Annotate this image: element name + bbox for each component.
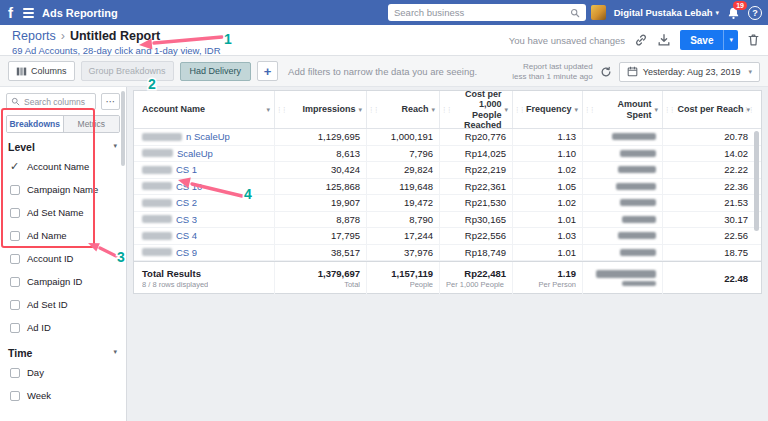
business-search-field[interactable] <box>388 4 586 21</box>
sidebar-item-account-name[interactable]: Account Name <box>0 155 126 178</box>
calendar-icon <box>627 66 638 77</box>
table-row[interactable]: CS 2 19,907 19,472 Rp21,530 1.02 21.53 <box>134 195 761 212</box>
checkbox[interactable] <box>10 391 20 401</box>
redacted-amount <box>620 199 656 206</box>
account-link[interactable]: CS 10 <box>176 181 202 192</box>
frequency-cell: 1.01 <box>512 212 582 228</box>
sidebar-scrollbar[interactable] <box>121 91 125 166</box>
table-scrollbar[interactable] <box>754 131 759 231</box>
help-button[interactable]: ? <box>748 6 762 20</box>
export-button[interactable] <box>657 33 671 47</box>
sidebar-item-day[interactable]: Day <box>0 361 126 384</box>
column-grip-icon[interactable]: ⋮⋮ <box>441 107 451 113</box>
column-header-amount-spent[interactable]: ⋮⋮ Amount Spent ▾ <box>582 91 662 128</box>
facebook-logo-icon[interactable]: f <box>8 5 13 20</box>
chevron-down-icon[interactable]: ▾ <box>113 142 117 150</box>
column-header-frequency[interactable]: ⋮⋮ Frequency ▾ <box>512 91 582 128</box>
search-columns-field[interactable] <box>6 93 96 110</box>
sidebar-item-ad-id[interactable]: Ad ID <box>0 316 126 339</box>
column-header-impressions[interactable]: ⋮⋮ Impressions ▾ <box>274 91 366 128</box>
business-search-input[interactable] <box>394 7 566 18</box>
cost-per-1000-cell: Rp22,556 <box>439 228 512 244</box>
account-link[interactable]: CS 2 <box>176 197 197 208</box>
date-range-button[interactable]: Yesterday: Aug 23, 2019 ▾ <box>619 62 760 82</box>
save-button[interactable]: Save <box>680 30 723 50</box>
had-delivery-filter-chip[interactable]: Had Delivery <box>180 62 252 81</box>
column-grip-icon[interactable]: ⋮⋮ <box>276 107 286 113</box>
account-link[interactable]: n ScaleUp <box>186 131 230 142</box>
column-grip-icon[interactable]: ⋮⋮ <box>368 107 378 113</box>
amount-spent-cell <box>582 162 662 178</box>
save-dropdown-button[interactable]: ▾ <box>723 30 738 50</box>
report-scope-link[interactable]: 69 Ad Accounts, 28-day click and 1-day v… <box>12 45 221 56</box>
account-link[interactable]: CS 1 <box>176 164 197 175</box>
tab-breakdowns[interactable]: Breakdowns <box>7 116 63 132</box>
sidebar-item-campaign-name[interactable]: Campaign Name <box>0 178 126 201</box>
breadcrumb-reports-link[interactable]: Reports <box>12 29 56 43</box>
reach-cell: 1,000,191 <box>366 129 439 145</box>
sidebar-item-ad-set-name[interactable]: Ad Set Name <box>0 201 126 224</box>
column-grip-icon[interactable]: ⋮⋮ <box>584 107 594 113</box>
account-name-cell: ScaleUp <box>134 146 274 162</box>
sidebar-item-ad-name[interactable]: Ad Name <box>0 224 126 247</box>
table-row[interactable]: n ScaleUp 1,129,695 1,000,191 Rp20,776 1… <box>134 129 761 146</box>
checkbox[interactable] <box>10 300 20 310</box>
group-breakdowns-button[interactable]: Group Breakdowns <box>81 61 174 81</box>
account-link[interactable]: ScaleUp <box>177 148 213 159</box>
table-row[interactable]: CS 9 38,517 37,976 Rp18,749 1.01 18.75 <box>134 245 761 262</box>
sidebar-item-ad-set-id[interactable]: Ad Set ID <box>0 293 126 316</box>
refresh-button[interactable] <box>600 66 612 78</box>
sidebar-item-account-id[interactable]: Account ID <box>0 247 126 270</box>
chevron-down-icon[interactable]: ▾ <box>266 106 270 114</box>
tab-metrics[interactable]: Metrics <box>63 116 120 132</box>
chevron-down-icon[interactable]: ▾ <box>504 106 508 114</box>
column-header-cost-per-reach[interactable]: ⋮⋮ Cost per Reach ▾ ⋮⋮ <box>662 91 754 128</box>
amount-spent-cell <box>582 195 662 211</box>
delete-report-button[interactable] <box>747 33 760 47</box>
notifications-button[interactable]: 19 <box>727 6 740 20</box>
checkbox[interactable] <box>10 323 20 333</box>
checkbox[interactable] <box>10 277 20 287</box>
column-grip-icon[interactable]: ⋮⋮ <box>664 107 674 113</box>
table-row[interactable]: CS 4 17,795 17,244 Rp22,556 1.03 22.56 <box>134 228 761 245</box>
refresh-icon <box>600 66 612 78</box>
table-row[interactable]: CS 10 125,868 119,648 Rp22,361 1.05 22.3… <box>134 179 761 196</box>
table-row[interactable]: ScaleUp 8,613 7,796 Rp14,025 1.10 14.02 <box>134 146 761 163</box>
avatar[interactable] <box>591 5 606 20</box>
checkbox[interactable] <box>10 208 20 218</box>
table-row[interactable]: CS 3 8,878 8,790 Rp30,165 1.01 30.17 <box>134 212 761 229</box>
chevron-down-icon[interactable]: ▾ <box>113 348 117 356</box>
account-link[interactable]: CS 9 <box>176 247 197 258</box>
account-menu[interactable]: Digital Pustaka Lebah ▾ <box>614 7 719 18</box>
sidebar-item-campaign-id[interactable]: Campaign ID <box>0 270 126 293</box>
search-columns-input[interactable] <box>24 97 91 107</box>
account-link[interactable]: CS 4 <box>176 230 197 241</box>
sidebar-item-week[interactable]: Week <box>0 384 126 407</box>
column-header-reach[interactable]: ⋮⋮ Reach ▾ <box>366 91 439 128</box>
chevron-down-icon[interactable]: ▾ <box>358 106 362 114</box>
chevron-down-icon[interactable]: ▾ <box>431 106 435 114</box>
menu-icon[interactable] <box>23 8 34 18</box>
redacted-amount <box>622 281 656 286</box>
column-header-cost-per-1000[interactable]: ⋮⋮ Cost per 1,000 People Reached ▾ <box>439 91 512 128</box>
checkbox[interactable] <box>10 162 20 172</box>
cost-per-1000-cell: Rp14,025 <box>439 146 512 162</box>
chevron-down-icon[interactable]: ▾ <box>574 106 578 114</box>
share-link-button[interactable] <box>634 33 648 47</box>
checkbox[interactable] <box>10 254 20 264</box>
column-grip-icon[interactable]: ⋮⋮ <box>743 107 753 113</box>
breadcrumb: Reports › Untitled Report <box>12 29 160 43</box>
columns-button[interactable]: Columns <box>8 61 75 81</box>
add-filter-button[interactable]: + <box>257 61 278 81</box>
search-icon[interactable] <box>570 8 580 18</box>
more-options-button[interactable]: ⋯ <box>101 93 120 110</box>
column-header-account-name[interactable]: Account Name ▾ <box>134 91 274 128</box>
column-grip-icon[interactable]: ⋮⋮ <box>514 107 524 113</box>
checkbox[interactable] <box>10 368 20 378</box>
account-link[interactable]: CS 3 <box>176 214 197 225</box>
chevron-down-icon[interactable]: ▾ <box>654 106 658 114</box>
table-row[interactable]: CS 1 30,424 29,824 Rp22,219 1.02 22.22 <box>134 162 761 179</box>
account-name-cell: CS 10 <box>134 179 274 195</box>
checkbox[interactable] <box>10 231 20 241</box>
checkbox[interactable] <box>10 185 20 195</box>
